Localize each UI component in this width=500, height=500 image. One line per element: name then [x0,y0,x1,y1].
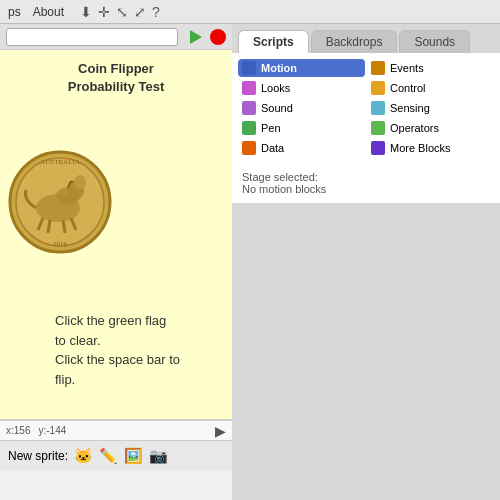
menu-item-about[interactable]: About [33,5,64,19]
motion-label: Motion [261,62,297,74]
category-pen[interactable]: Pen [238,119,365,137]
scroll-right-icon[interactable]: ▶ [215,423,226,439]
category-more-blocks[interactable]: More Blocks [367,139,494,157]
add-icon[interactable]: ✛ [98,4,110,20]
menu-item-ps[interactable]: ps [8,5,21,19]
category-events[interactable]: Events [367,59,494,77]
data-dot [242,141,256,155]
category-looks[interactable]: Looks [238,79,365,97]
control-dot [371,81,385,95]
upload-sprite-icon[interactable]: 🖼️ [124,447,143,465]
looks-dot [242,81,256,95]
control-bar [0,24,232,50]
events-dot [371,61,385,75]
category-sound[interactable]: Sound [238,99,365,117]
tab-backdrops[interactable]: Backdrops [311,30,398,53]
sound-label: Sound [261,102,293,114]
tab-bar: Scripts Backdrops Sounds [232,24,500,53]
menu-bar: ps About ⬇ ✛ ⤡ ⤢ ? [0,0,500,24]
data-label: Data [261,142,284,154]
svg-marker-0 [190,30,202,44]
status-area: Stage selected: No motion blocks [232,163,500,203]
svg-text:AUSTRALIA: AUSTRALIA [40,158,80,166]
svg-line-7 [63,220,65,233]
category-motion[interactable]: Motion [238,59,365,77]
stage-area: Coin Flipper Probability Test [0,50,232,420]
sprite-toolbar: New sprite: 🐱 ✏️ 🖼️ 📷 [0,440,232,470]
y-label: y: [38,425,46,436]
green-flag-button[interactable] [186,27,206,47]
category-operators[interactable]: Operators [367,119,494,137]
more-blocks-dot [371,141,385,155]
blocks-drop-area [232,203,500,500]
category-data[interactable]: Data [238,139,365,157]
svg-text:2016: 2016 [53,240,68,248]
operators-label: Operators [390,122,439,134]
motion-dot [242,61,256,75]
status-line1: Stage selected: [242,171,490,183]
search-input[interactable] [6,28,178,46]
tab-scripts[interactable]: Scripts [238,30,309,53]
status-line2: No motion blocks [242,183,490,195]
more-blocks-label: More Blocks [390,142,451,154]
x-value: 156 [14,425,31,436]
paint-new-sprite-icon[interactable]: ✏️ [99,447,118,465]
categories-grid: Motion Events Looks Control Sound [232,53,500,163]
stop-button[interactable] [210,29,226,45]
y-value: -144 [46,425,66,436]
sound-dot [242,101,256,115]
coin-image: AUSTRALIA 2016 [8,150,113,255]
stage-title: Coin Flipper Probability Test [0,50,232,96]
paint-from-file-icon[interactable]: 🐱 [74,447,93,465]
script-area: Motion Events Looks Control Sound [232,53,500,500]
stage-instructions: Click the green flag to clear. Click the… [55,311,180,389]
help-icon[interactable]: ? [152,4,160,20]
shrink-icon[interactable]: ⤢ [134,4,146,20]
camera-sprite-icon[interactable]: 📷 [149,447,168,465]
svg-line-6 [48,220,50,233]
menu-icons: ⬇ ✛ ⤡ ⤢ ? [80,4,160,20]
category-sensing[interactable]: Sensing [367,99,494,117]
svg-point-10 [74,175,86,189]
sensing-dot [371,101,385,115]
category-control[interactable]: Control [367,79,494,97]
operators-dot [371,121,385,135]
x-label: x: [6,425,14,436]
tab-sounds[interactable]: Sounds [399,30,470,53]
sensing-label: Sensing [390,102,430,114]
new-sprite-label: New sprite: [8,449,68,463]
expand-icon[interactable]: ⤡ [116,4,128,20]
main-layout: Coin Flipper Probability Test [0,24,500,500]
pen-label: Pen [261,122,281,134]
pen-dot [242,121,256,135]
coord-bar: x: 156 y: -144 ▶ [0,420,232,440]
events-label: Events [390,62,424,74]
right-panel: Scripts Backdrops Sounds Motion Events L… [232,24,500,500]
left-panel: Coin Flipper Probability Test [0,24,232,500]
download-icon[interactable]: ⬇ [80,4,92,20]
looks-label: Looks [261,82,290,94]
control-label: Control [390,82,425,94]
